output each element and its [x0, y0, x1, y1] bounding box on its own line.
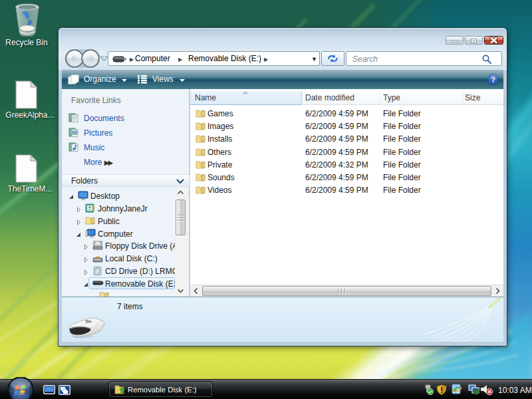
svg-text:?: ? — [491, 76, 495, 84]
